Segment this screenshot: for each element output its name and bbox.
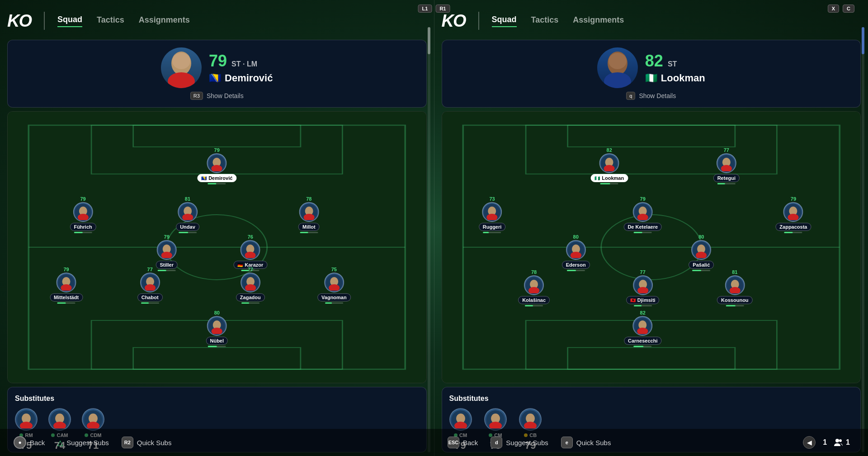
formation-player-pasalic[interactable]: 80Pašalić bbox=[689, 234, 714, 271]
formation-player-stiller[interactable]: 79Stiller bbox=[156, 234, 178, 271]
formation-player-undav[interactable]: 81Undav bbox=[176, 196, 199, 233]
formation-player-zappacosta[interactable]: 79Zappacosta bbox=[775, 196, 811, 233]
right-logo: KO bbox=[442, 12, 466, 29]
formation-player-millot[interactable]: 78Millot bbox=[298, 196, 320, 233]
right-show-details[interactable]: q Show Details bbox=[626, 92, 676, 100]
left-player-info: 79 ST · LM 🇧🇦 Demirović bbox=[209, 52, 273, 84]
sub-avatar bbox=[519, 408, 542, 431]
left-nav-tactics[interactable]: Tactics bbox=[97, 15, 124, 27]
formation-player-mittelstadt[interactable]: 79Mittelstädt bbox=[50, 267, 83, 304]
left-logo-divider bbox=[44, 12, 45, 30]
formation-player-kolasinas[interactable]: 78Kolašinac bbox=[518, 269, 550, 306]
formation-avatar-retegui bbox=[717, 153, 736, 173]
formation-avatar-fuhrich bbox=[73, 202, 93, 222]
formation-player-carnesecchi[interactable]: 82Carnesecchi bbox=[624, 310, 661, 347]
formation-name-chip-vagnoman: Vagnoman bbox=[317, 293, 351, 301]
formation-avatar-mittelstadt bbox=[57, 273, 76, 292]
formation-name-chip-zappacosta: Zappacosta bbox=[775, 223, 811, 231]
right-nav-assignments[interactable]: Assignments bbox=[573, 15, 624, 27]
right-quick-subs-btn-icon: e bbox=[561, 437, 573, 448]
formation-player-fuhrich[interactable]: 79Führich bbox=[70, 196, 96, 233]
left-show-details[interactable]: R3 Show Details bbox=[190, 92, 244, 100]
right-nav-squad[interactable]: Squad bbox=[492, 15, 517, 27]
formation-avatar-zagadou bbox=[241, 273, 260, 292]
formation-name-chip-carnesecchi: Carnesecchi bbox=[624, 337, 661, 345]
sub-avatar bbox=[484, 408, 507, 431]
left-back-label: Back bbox=[30, 439, 45, 447]
sub-avatar bbox=[449, 408, 472, 431]
formation-avatar-karazor bbox=[241, 240, 260, 260]
svg-point-54 bbox=[604, 72, 631, 88]
players-icon bbox=[834, 438, 843, 447]
left-suggest-subs-label: Suggest Subs bbox=[66, 439, 108, 447]
left-panel: KO Squad Tactics Assignments bbox=[0, 0, 434, 456]
svg-point-107 bbox=[839, 439, 842, 442]
formation-avatar-pasalic bbox=[691, 240, 711, 260]
formation-player-nubel[interactable]: 80Nübel bbox=[206, 310, 228, 347]
right-pitch: 82🇳🇬Lookman77Retegui73Ruggeri79De Ketela… bbox=[442, 111, 861, 383]
formation-avatar-lookman bbox=[599, 153, 619, 173]
left-player-card: 79 ST · LM 🇧🇦 Demirović R3 Show Details bbox=[7, 40, 427, 108]
formation-player-demirovic[interactable]: 79🇧🇦Demirović bbox=[197, 147, 236, 184]
svg-point-2 bbox=[172, 53, 190, 69]
formation-avatar-carnesecchi bbox=[633, 316, 653, 336]
bottom-bar-right: ESC Back d Suggest Subs e Quick Subs ◀ 1 bbox=[420, 436, 854, 449]
formation-name-chip-ederson: Ederson bbox=[562, 261, 590, 269]
left-quick-subs-btn-icon: R2 bbox=[122, 437, 133, 448]
right-player-flag: 🇳🇬 bbox=[645, 72, 657, 84]
formation-player-lookman[interactable]: 82🇳🇬Lookman bbox=[590, 147, 628, 184]
right-player-name: 🇳🇬 Lookman bbox=[645, 72, 705, 84]
formation-name-chip-deketelaere: De Ketelaere bbox=[623, 223, 662, 231]
right-nav: Squad Tactics Assignments bbox=[492, 15, 624, 27]
right-quick-subs-action[interactable]: e Quick Subs bbox=[561, 437, 611, 448]
right-player-positions: ST bbox=[668, 60, 677, 68]
right-back-btn-icon: ESC bbox=[448, 437, 459, 448]
formation-avatar-nubel bbox=[207, 316, 227, 336]
main-container: KO Squad Tactics Assignments bbox=[0, 0, 868, 456]
formation-name-chip-retegui: Retegui bbox=[713, 174, 740, 182]
formation-avatar-zappacosta bbox=[783, 202, 803, 222]
left-substitutes-title: Substitutes bbox=[15, 395, 419, 403]
formation-avatar-ruggeri bbox=[482, 202, 502, 222]
left-player-positions: ST · LM bbox=[231, 60, 257, 68]
right-nav-tactics[interactable]: Tactics bbox=[531, 15, 559, 27]
formation-name-chip-djimsiti: 🇦🇱Djimsiti bbox=[626, 296, 660, 304]
right-suggest-subs-action[interactable]: d Suggest Subs bbox=[491, 437, 548, 448]
left-pitch: 79🇧🇦Demirović79Führich81Undav78Millot79S… bbox=[7, 111, 427, 383]
right-back-action[interactable]: ESC Back bbox=[448, 437, 478, 448]
left-panel-header: KO Squad Tactics Assignments bbox=[7, 4, 427, 40]
left-quick-subs-label: Quick Subs bbox=[137, 439, 172, 447]
right-show-details-btn: q bbox=[626, 92, 635, 100]
formation-player-zagadou[interactable]: 77Zagadou bbox=[236, 267, 265, 304]
left-player-avatar bbox=[161, 47, 202, 88]
formation-player-ruggeri[interactable]: 73Ruggeri bbox=[479, 196, 506, 233]
formation-avatar-vagnoman bbox=[324, 273, 344, 292]
formation-name-chip-lookman: 🇳🇬Lookman bbox=[590, 174, 628, 182]
formation-name-chip-millot: Millot bbox=[298, 223, 320, 231]
formation-player-kossounou[interactable]: 81Kossounou bbox=[717, 269, 753, 306]
formation-avatar-kossounou bbox=[725, 275, 745, 295]
left-nav-assignments[interactable]: Assignments bbox=[139, 15, 190, 27]
bottom-bar: ● Back △ Suggest Subs R2 Quick Subs ESC … bbox=[0, 429, 868, 456]
formation-name-chip-demirovic: 🇧🇦Demirović bbox=[197, 174, 236, 182]
formation-player-karazor[interactable]: 76🇩🇪Karazor bbox=[233, 234, 267, 271]
formation-player-chabot[interactable]: 77Chabot bbox=[137, 267, 163, 304]
formation-name-chip-zagadou: Zagadou bbox=[236, 293, 265, 301]
right-player-rating: 82 bbox=[645, 52, 663, 71]
formation-player-djimsiti[interactable]: 77🇦🇱Djimsiti bbox=[626, 269, 660, 306]
formation-player-deketelaere[interactable]: 79De Ketelaere bbox=[623, 196, 662, 233]
left-back-action[interactable]: ● Back bbox=[14, 436, 45, 449]
left-quick-subs-action[interactable]: R2 Quick Subs bbox=[122, 437, 172, 448]
formation-player-retegui[interactable]: 77Retegui bbox=[713, 147, 740, 184]
bottom-bar-left: ● Back △ Suggest Subs R2 Quick Subs bbox=[14, 436, 420, 449]
sub-avatar bbox=[48, 408, 71, 431]
left-nav-squad[interactable]: Squad bbox=[57, 15, 82, 27]
nav-prev-arrow[interactable]: ◀ bbox=[803, 436, 816, 449]
left-suggest-subs-action[interactable]: △ Suggest Subs bbox=[57, 438, 108, 447]
left-suggest-btn-icon: △ bbox=[57, 438, 63, 447]
sub-avatar bbox=[15, 408, 38, 431]
right-panel-header: KO Squad Tactics Assignments bbox=[442, 4, 861, 40]
sub-avatar bbox=[82, 408, 104, 431]
formation-player-ederson[interactable]: 80Ederson bbox=[562, 234, 590, 271]
formation-player-vagnoman[interactable]: 75Vagnoman bbox=[317, 267, 351, 304]
